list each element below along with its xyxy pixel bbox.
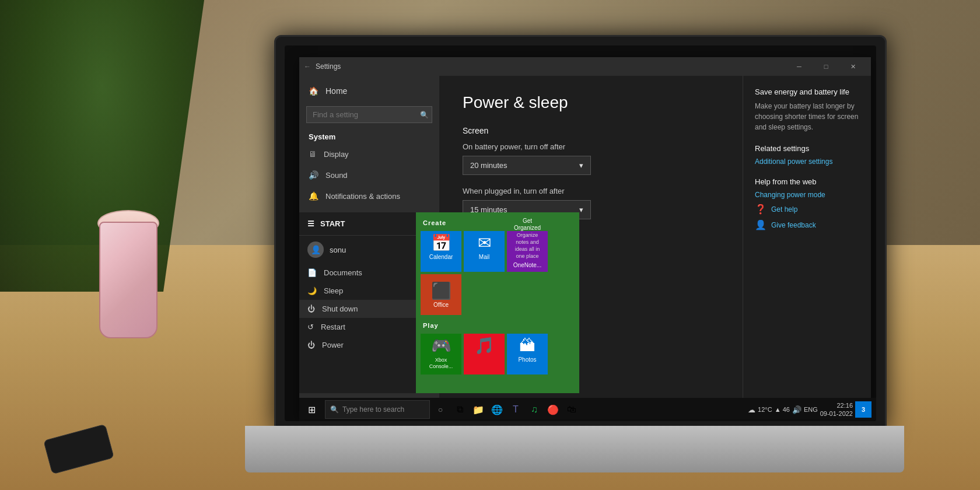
plugged-label: When plugged in, turn off after [463, 187, 719, 195]
save-energy-text: Make your battery last longer by choosin… [755, 101, 859, 132]
tile-office[interactable]: ⬛ Office [421, 274, 461, 315]
cortana-icon: ○ [438, 405, 443, 414]
taskbar: ⊞ 🔍 Type here to search ○ ⧉ 📁 [299, 398, 876, 421]
play-tiles-row: 🎮 Xbox Console... 🎵 🏔 Photos [421, 334, 575, 374]
documents-label: Documents [324, 268, 362, 277]
language-text: ENG [804, 406, 818, 413]
sidebar-section-title: System [299, 128, 439, 144]
notifications-label: Notifications & actions [326, 192, 400, 201]
display-icon: 🖥 [309, 149, 317, 159]
related-settings-title: Related settings [755, 144, 859, 153]
sidebar-item-notifications[interactable]: 🔔 Notifications & actions [299, 186, 439, 206]
office-icon: ⬛ [431, 281, 452, 300]
notifications-icon: 🔔 [309, 191, 318, 201]
tile-groove[interactable]: 🎵 [464, 334, 505, 374]
start-documents[interactable]: 📄 Documents [299, 264, 416, 282]
additional-power-link[interactable]: Additional power settings [755, 158, 859, 166]
feedback-item: 👤 Give feedback [755, 219, 859, 230]
calendar-icon: 📅 [423, 233, 459, 253]
save-energy-title: Save energy and battery life [755, 88, 859, 96]
create-title: Create [421, 217, 575, 231]
date-text: 09-01-2022 [820, 410, 853, 418]
start-shutdown[interactable]: ⏻ Shut down [299, 300, 416, 318]
onenote-label: OneNote... [510, 262, 544, 268]
tile-photos[interactable]: 🏔 Photos [507, 334, 548, 374]
close-button[interactable]: ✕ [839, 57, 866, 76]
search-input[interactable] [306, 106, 432, 123]
change-power-link[interactable]: Changing power mode [755, 191, 859, 199]
power-label: Power [322, 341, 344, 349]
battery-dropdown[interactable]: 20 minutes ▾ [463, 156, 591, 175]
taskbar-edge[interactable]: 🌐 [488, 398, 506, 421]
start-sleep[interactable]: 🌙 Sleep [299, 282, 416, 300]
notification-count: 3 [862, 406, 865, 413]
taskbar-app1[interactable]: 🔴 [544, 398, 562, 421]
tile-calendar[interactable]: 📅 Calendar [421, 231, 461, 272]
user-name: sonu [330, 246, 346, 254]
display-label: Display [324, 150, 349, 159]
taskbar-search-icon: 🔍 [330, 405, 339, 414]
start-title: START [320, 219, 345, 228]
start-menu-left: ☰ START 👤 sonu 📄 Documents 🌙 Sleep [299, 212, 416, 393]
start-button[interactable]: ⊞ [299, 398, 324, 421]
sidebar-item-sound[interactable]: 🔊 Sound [299, 164, 439, 186]
task-view-button[interactable]: ⧉ [451, 398, 468, 421]
taskbar-teams[interactable]: T [507, 398, 524, 421]
cortana-button[interactable]: ○ [431, 400, 450, 419]
hamburger-icon: ☰ [307, 219, 314, 228]
restart-icon: ↺ [307, 323, 314, 331]
play-title: Play [421, 320, 575, 334]
start-restart[interactable]: ↺ Restart [299, 318, 416, 336]
sound-label: Sound [326, 171, 348, 180]
app1-icon: 🔴 [547, 404, 559, 415]
taskbar-spotify[interactable]: ♫ [526, 398, 543, 421]
onenote-desc: Get OrganizedOrganize notes and ideas al… [510, 218, 544, 260]
xbox-label: Xbox Console... [429, 357, 453, 369]
calendar-label: Calendar [429, 254, 453, 260]
search-icon: 🔍 [420, 111, 429, 119]
minimize-button[interactable]: ─ [786, 57, 813, 76]
battery-text: ▲ 46 [775, 406, 790, 413]
laptop: ← Settings ─ □ ✕ 🏠 Home [245, 35, 904, 473]
home-icon: 🏠 [309, 86, 318, 96]
office-label: Office [433, 302, 449, 308]
tile-mail[interactable]: ✉ Mail [464, 231, 505, 272]
taskbar-icons: ⧉ 📁 🌐 T ♫ 🔴 [451, 398, 580, 421]
get-help-item: ❓ Get help [755, 204, 859, 215]
taskbar-search[interactable]: 🔍 Type here to search [325, 400, 430, 419]
tile-onenote[interactable]: Get OrganizedOrganize notes and ideas al… [507, 231, 548, 272]
sidebar-item-display[interactable]: 🖥 Display [299, 144, 439, 164]
taskbar-file-explorer[interactable]: 📁 [470, 398, 487, 421]
photos-icon: 🏔 [509, 336, 545, 355]
start-menu-tiles: Create 📅 Calendar ✉ Mail Get OrganizedOr… [416, 212, 579, 393]
sidebar-home[interactable]: 🏠 Home [299, 80, 439, 102]
restore-button[interactable]: □ [813, 57, 839, 76]
coffee-cup [93, 198, 163, 362]
help-icon: ❓ [755, 204, 766, 215]
taskbar-store[interactable]: 🛍 [563, 398, 580, 421]
power-icon: ⏻ [307, 341, 315, 349]
taskbar-search-text: Type here to search [342, 405, 404, 414]
start-header: ☰ START [299, 212, 416, 236]
battery-label: On battery power, turn off after [463, 142, 719, 151]
volume-icon[interactable]: 🔊 [792, 405, 802, 414]
back-button[interactable]: ← [304, 62, 311, 71]
feedback-icon: 👤 [755, 219, 766, 230]
related-settings: Related settings Additional power settin… [755, 144, 859, 166]
page-title: Power & sleep [463, 93, 719, 112]
dropdown-arrow2: ▾ [579, 205, 583, 214]
file-explorer-icon: 📁 [473, 404, 484, 415]
time-block: 22:16 09-01-2022 [820, 401, 853, 418]
notification-badge[interactable]: 3 [855, 401, 872, 418]
start-power[interactable]: ⏻ Power [299, 336, 416, 354]
tile-xbox[interactable]: 🎮 Xbox Console... [421, 334, 461, 374]
office-row: ⬛ Office [421, 274, 575, 315]
user-avatar: 👤 [307, 242, 324, 258]
window-controls: ─ □ ✕ [786, 57, 866, 76]
get-help-link[interactable]: Get help [771, 205, 797, 214]
give-feedback-link[interactable]: Give feedback [771, 221, 816, 229]
screen-section-title: Screen [463, 126, 719, 135]
battery-setting-row: On battery power, turn off after 20 minu… [463, 142, 719, 175]
mail-label: Mail [479, 254, 489, 260]
start-user[interactable]: 👤 sonu [299, 236, 416, 264]
